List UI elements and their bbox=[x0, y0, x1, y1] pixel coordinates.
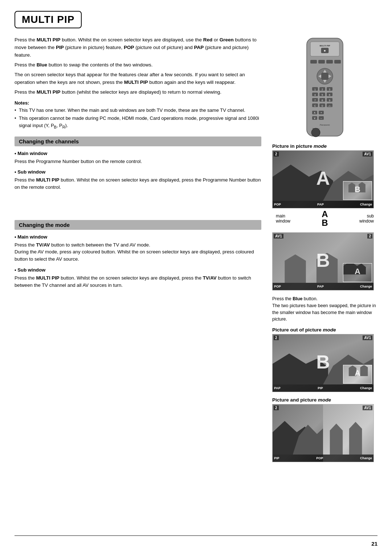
page-title-box: MULTI PIP bbox=[15, 11, 82, 28]
pap-bottom-bar: PIP POP Change bbox=[273, 455, 373, 462]
channels-sub-window: • Sub window Press the MULTI PIP button.… bbox=[15, 168, 261, 191]
bottom-line bbox=[15, 535, 377, 536]
mode-sub-title: • Sub window bbox=[15, 266, 261, 274]
svg-text:8: 8 bbox=[322, 99, 323, 102]
svg-text:■: ■ bbox=[324, 49, 326, 52]
notes-section: Notes: This TV has one tuner. When the m… bbox=[15, 99, 261, 130]
mode-main-title: • Main window bbox=[15, 233, 261, 241]
pop-bottom-bar: PAP PIP Change bbox=[273, 384, 373, 392]
main-layout: Press the MULTI PIP button. Whilst the o… bbox=[15, 36, 377, 467]
pip-swapped-diagram: AV1 2 B A POP PAP Change bbox=[272, 232, 377, 290]
pip-sub-window: B bbox=[343, 181, 372, 200]
pop-tv-screen: 2 AV1 B A PAP PIP Change bbox=[273, 334, 373, 392]
pap-cups bbox=[326, 420, 368, 455]
remote-svg: MULTI PIP ■ bbox=[301, 36, 348, 138]
mode-sub-text: Press the MULTI PIP button. Whilst the o… bbox=[15, 274, 261, 289]
pip-badge-tr: AV1 bbox=[363, 152, 372, 156]
pap-pop-btn[interactable]: POP bbox=[316, 456, 323, 460]
intro-text: Press the MULTI PIP button. Whilst the o… bbox=[15, 36, 261, 96]
pip-main-letter: A bbox=[316, 167, 330, 189]
pip-ab-icon: AB bbox=[322, 210, 328, 227]
pop-pip-btn[interactable]: PIP bbox=[318, 386, 323, 390]
pip-pap-btn[interactable]: PAP bbox=[317, 203, 324, 206]
pap-badge-tr: AV1 bbox=[363, 406, 372, 410]
svg-text:0: 0 bbox=[322, 105, 323, 107]
pip-change-btn[interactable]: Change bbox=[360, 203, 372, 206]
svg-text:∧: ∧ bbox=[314, 111, 316, 114]
svg-text:–/–: –/– bbox=[328, 105, 331, 107]
intro-para2: Press the Blue button to swap the conten… bbox=[15, 61, 261, 69]
svg-text:–: – bbox=[320, 117, 322, 120]
pap-image: 2 AV1 PIP POP Change bbox=[272, 404, 374, 462]
pip-sub-label: subwindow bbox=[359, 213, 374, 224]
pip-window-labels: mainwindow AB subwindow bbox=[272, 210, 377, 227]
pap-mode-label: Picture and picture mode bbox=[272, 397, 377, 403]
pip-swapped-sub-window: A bbox=[343, 263, 372, 282]
pip-swapped-badge-tl: AV1 bbox=[274, 234, 283, 239]
pip-swapped-pop-btn[interactable]: POP bbox=[274, 285, 281, 288]
svg-text:MULTI PIP: MULTI PIP bbox=[319, 45, 330, 47]
svg-rect-5 bbox=[310, 60, 317, 64]
left-column: Press the MULTI PIP button. Whilst the o… bbox=[15, 36, 261, 292]
pop-main-letter: B bbox=[316, 351, 330, 373]
pap-diagram: Picture and picture mode 2 AV1 PIP bbox=[272, 397, 377, 462]
pop-mode-label: Picture out of picture mode bbox=[272, 327, 377, 333]
svg-text:4: 4 bbox=[314, 94, 316, 96]
pop-sub-window: A bbox=[343, 365, 372, 384]
svg-text:Panasonic: Panasonic bbox=[320, 124, 330, 126]
pip-main-label: mainwindow bbox=[276, 213, 290, 224]
svg-text:9: 9 bbox=[329, 99, 330, 102]
pip-swapped-badge-tr: 2 bbox=[367, 234, 372, 239]
svg-point-48 bbox=[311, 128, 320, 137]
svg-text:∨: ∨ bbox=[314, 117, 316, 120]
page-title: MULTI PIP bbox=[22, 14, 74, 25]
pip-swapped-screen: AV1 2 B A POP PAP Change bbox=[273, 233, 373, 290]
pap-change-btn[interactable]: Change bbox=[360, 456, 372, 460]
intro-para1: Press the MULTI PIP button. Whilst the o… bbox=[15, 36, 261, 59]
svg-text:2: 2 bbox=[322, 88, 323, 91]
pip-swapped-change-btn[interactable]: Change bbox=[360, 285, 372, 288]
page-number: 21 bbox=[371, 541, 377, 547]
pap-screen: 2 AV1 PIP POP Change bbox=[273, 404, 373, 462]
pip-tv-screen: 2 AV1 A B POP PAP Change bbox=[273, 151, 373, 208]
pop-change-btn[interactable]: Change bbox=[360, 386, 372, 390]
svg-text:+: + bbox=[320, 111, 322, 114]
svg-rect-8 bbox=[334, 60, 341, 64]
pop-sub-letter: A bbox=[355, 368, 360, 378]
pop-pap-btn[interactable]: PAP bbox=[274, 386, 281, 390]
intro-para4: Press the MULTI PIP button (whilst the s… bbox=[15, 89, 261, 96]
svg-text:6: 6 bbox=[329, 94, 330, 96]
note-item-1: This TV has one tuner. When the main and… bbox=[15, 107, 261, 114]
blue-button-text: Press the Blue button. The two pictures … bbox=[272, 296, 377, 323]
pip-diagram: Picture in picture mode 2 AV1 A B POP bbox=[272, 143, 377, 227]
pap-pip-btn[interactable]: PIP bbox=[274, 456, 279, 460]
intro-para3: The on screen selector keys that appear … bbox=[15, 71, 261, 86]
svg-point-10 bbox=[320, 72, 329, 81]
channels-sub-text: Press the MULTI PIP button. Whilst the o… bbox=[15, 176, 261, 191]
mode-main-text: Press the TV/AV button to switch between… bbox=[15, 241, 261, 263]
channels-main-text: Press the Programme Number button on the… bbox=[15, 158, 261, 165]
pap-left bbox=[273, 404, 323, 462]
pip-swapped-bottom-bar: POP PAP Change bbox=[273, 283, 373, 290]
svg-text:C: C bbox=[314, 105, 316, 107]
svg-text:1: 1 bbox=[314, 88, 316, 91]
pip-pop-btn[interactable]: POP bbox=[274, 203, 281, 206]
pop-image: 2 AV1 B A PAP PIP Change bbox=[272, 334, 374, 392]
pap-right bbox=[323, 404, 373, 462]
channels-main-window: • Main window Press the Programme Number… bbox=[15, 150, 261, 165]
svg-text:7: 7 bbox=[314, 99, 316, 102]
svg-text:3: 3 bbox=[329, 88, 330, 91]
mode-main-window: • Main window Press the TV/AV button to … bbox=[15, 233, 261, 263]
pip-image: 2 AV1 A B POP PAP Change bbox=[272, 150, 374, 208]
pap-badge-tl: 2 bbox=[274, 406, 279, 410]
pip-badge-tl: 2 bbox=[274, 152, 279, 156]
mode-sub-window: • Sub window Press the MULTI PIP button.… bbox=[15, 266, 261, 289]
pop-badge-tl: 2 bbox=[274, 335, 279, 340]
pip-swapped-sub-letter: A bbox=[355, 267, 360, 276]
notes-title: Notes: bbox=[15, 100, 29, 106]
pip-swapped-pap-btn[interactable]: PAP bbox=[317, 285, 324, 288]
channels-section-header: Changing the channels bbox=[15, 137, 261, 146]
notes-list: This TV has one tuner. When the main and… bbox=[15, 107, 261, 130]
svg-text:5: 5 bbox=[322, 94, 323, 96]
pip-swapped-image: AV1 2 B A POP PAP Change bbox=[272, 232, 374, 290]
